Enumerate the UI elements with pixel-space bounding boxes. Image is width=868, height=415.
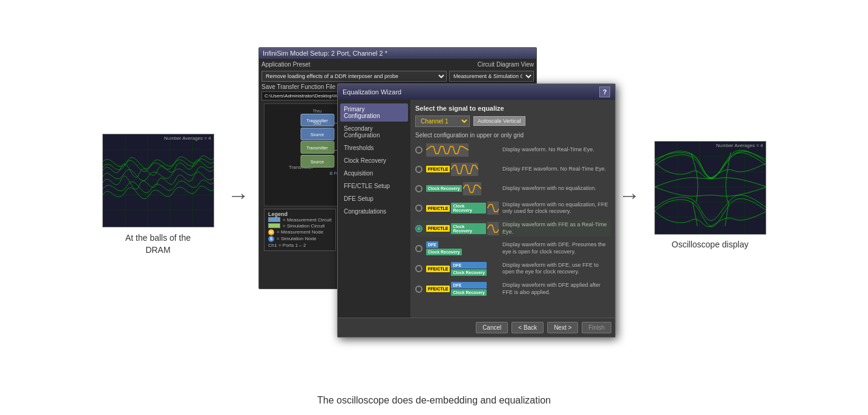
svg-text:Thru: Thru	[313, 108, 322, 113]
block-ffe-2: FFE/CTLE	[426, 166, 450, 172]
svg-text:Source: Source	[311, 159, 324, 163]
config-diagram-1	[426, 143, 499, 157]
nav-item-secondary[interactable]: SecondaryConfiguration	[340, 123, 408, 141]
block-dfe-6: DFE	[426, 241, 438, 248]
config-radio-6[interactable]	[415, 245, 422, 252]
legend-color-simulation	[268, 223, 280, 228]
config-radio-3[interactable]	[415, 185, 422, 192]
nav-item-ffe-ctle[interactable]: FFE/CTLE Setup	[340, 180, 408, 192]
center-panel: InfiniSim Model Setup: 2 Port, Channel 2…	[258, 47, 610, 344]
cancel-button[interactable]: Cancel	[476, 322, 508, 333]
eq-signal-title: Select the signal to equalize	[415, 105, 610, 112]
eq-wizard-title: Equalization Wizard	[343, 88, 401, 96]
svg-text:50Ω: 50Ω	[313, 120, 321, 125]
bottom-caption: The oscilloscope does de-embedding and e…	[0, 390, 868, 415]
content-row: Number Averages = 4	[0, 0, 868, 390]
config-radio-1[interactable]	[415, 146, 422, 154]
legend-item-mnode: M = Measurement Node	[268, 229, 332, 235]
nav-item-primary[interactable]: PrimaryConfiguration	[340, 103, 408, 122]
preset-dropdown[interactable]: Remove loading effects of a DDR interpos…	[261, 71, 447, 82]
legend-item-snode: S = Simulation Node	[268, 236, 332, 242]
block-ffe-7: FFE/CTLE	[426, 266, 450, 272]
eq-help-button[interactable]: ?	[599, 87, 610, 97]
block-ffe-8: FFE/CTLE	[426, 286, 450, 292]
waveform-3	[463, 182, 481, 195]
config-text-4: Display waveform with no equalization, F…	[502, 201, 610, 215]
eq-grid-title: Select configuration in upper or only gr…	[415, 132, 610, 139]
nav-item-acquisition[interactable]: Acquisition	[340, 168, 408, 179]
config-text-1: Display waveform. No Real-Time Eye.	[502, 146, 610, 154]
eq-signal-dropdown[interactable]: Channel 1	[415, 116, 470, 127]
config-option-5: FFE/CTLE Clock Recovery Display waveform…	[415, 220, 610, 237]
back-button[interactable]: < Back	[511, 322, 544, 333]
block-stack-8: DFE Clock Recovery	[451, 282, 487, 296]
svg-rect-58	[426, 143, 469, 157]
config-radio-5[interactable]	[415, 225, 422, 232]
eq-autoscale-button[interactable]: Autoscale Vertical	[473, 116, 525, 126]
config-option-3: Clock Recovery Display waveform with no …	[415, 181, 610, 197]
config-text-8: Display waveform with DFE applied after …	[502, 282, 610, 296]
right-panel: Number Averages = 4	[649, 141, 771, 249]
config-option-4: FFE/CTLE Clock Recovery Display waveform…	[415, 200, 610, 217]
waveform-2	[451, 163, 478, 176]
legend-box: Legend = Measurement Circuit = Simulatio…	[264, 209, 336, 251]
right-oscilloscope-display: Number Averages = 4	[654, 141, 766, 235]
block-ffe-4: FFE/CTLE	[426, 205, 450, 212]
config-diagram-7: FFE/CTLE DFE Clock Recovery	[426, 262, 499, 276]
config-text-2: Display FFE waveform. No Real-Time Eye.	[502, 166, 610, 173]
circuit-view-label: Circuit Diagram View	[478, 61, 534, 68]
nav-item-clock-recovery[interactable]: Clock Recovery	[340, 155, 408, 166]
eq-content-area: Select the signal to equalize Channel 1 …	[410, 100, 615, 336]
config-radio-4[interactable]	[415, 204, 422, 212]
config-option-6: DFE Clock Recovery Display waveform with…	[415, 240, 610, 257]
app-preset-row: Application Preset Circuit Diagram View	[261, 61, 534, 69]
legend-item-ch1: Ch1 = Ports 1 – 2	[268, 243, 332, 248]
eq-footer: Cancel < Back Next > Finish	[338, 318, 615, 337]
config-diagram-2: FFE/CTLE	[426, 163, 499, 176]
waveform-1	[426, 143, 469, 157]
config-text-7: Display waveform with DFE, use FFE to op…	[502, 262, 610, 276]
config-text-6: Display waveform with DFE. Presumes the …	[502, 241, 610, 255]
block-ffe-5: FFE/CTLE	[426, 225, 450, 232]
preset-field-row: Remove loading effects of a DDR interpos…	[261, 71, 534, 82]
legend-s-circle: S	[268, 236, 274, 242]
config-diagram-3: Clock Recovery	[426, 182, 499, 195]
legend-m-circle: M	[268, 229, 274, 235]
finish-button[interactable]: Finish	[582, 322, 611, 333]
nav-item-thresholds[interactable]: Thresholds	[340, 142, 408, 154]
block-clk-4: Clock Recovery	[451, 203, 485, 214]
svg-text:Source: Source	[311, 132, 324, 136]
config-radio-7[interactable]	[415, 265, 422, 272]
config-diagram-5: FFE/CTLE Clock Recovery	[426, 222, 499, 235]
config-radio-2[interactable]	[415, 166, 422, 173]
config-radio-8[interactable]	[415, 286, 422, 293]
right-panel-label: Oscilloscope display	[672, 240, 749, 249]
config-option-7: FFE/CTLE DFE Clock Recovery Display wave…	[415, 261, 610, 277]
nav-item-congratulations[interactable]: Congratulations	[340, 206, 408, 217]
left-oscilloscope-display: Number Averages = 4	[102, 134, 214, 227]
config-diagram-6: DFE Clock Recovery	[426, 241, 499, 255]
next-button[interactable]: Next >	[547, 322, 578, 333]
legend-item-measurement: = Measurement Circuit	[268, 217, 332, 223]
block-clk-7: Clock Recovery	[451, 269, 487, 276]
config-diagram-8: FFE/CTLE DFE Clock Recovery	[426, 282, 499, 296]
model-setup-title: InfiniSim Model Setup: 2 Port, Channel 2…	[263, 50, 387, 57]
legend-color-measurement	[268, 217, 280, 222]
circuit-view-dropdown[interactable]: Measurement & Simulation Circuits	[449, 71, 534, 82]
nav-item-dfe[interactable]: DFE Setup	[340, 193, 408, 204]
waveform-4	[487, 201, 499, 215]
app-preset-label: Application Preset	[261, 61, 311, 68]
legend-title: Legend	[268, 211, 332, 217]
eq-nav-panel: PrimaryConfiguration SecondaryConfigurat…	[338, 100, 410, 336]
config-option-1: Display waveform. No Real-Time Eye.	[415, 142, 610, 158]
arrow-left-to-center: →	[228, 183, 249, 208]
config-option-8: FFE/CTLE DFE Clock Recovery Display wave…	[415, 281, 610, 297]
block-clk-3: Clock Recovery	[426, 185, 462, 192]
legend-item-simulation: = Simulation Circuit	[268, 223, 332, 229]
block-stack-7: DFE Clock Recovery	[451, 262, 487, 276]
config-option-2: FFE/CTLE Display FFE waveform. No Real-T…	[415, 162, 610, 177]
main-container: Number Averages = 4	[0, 0, 868, 415]
waveform-5	[487, 222, 499, 235]
svg-rect-60	[463, 182, 481, 195]
block-dfe-8: DFE	[451, 282, 487, 289]
